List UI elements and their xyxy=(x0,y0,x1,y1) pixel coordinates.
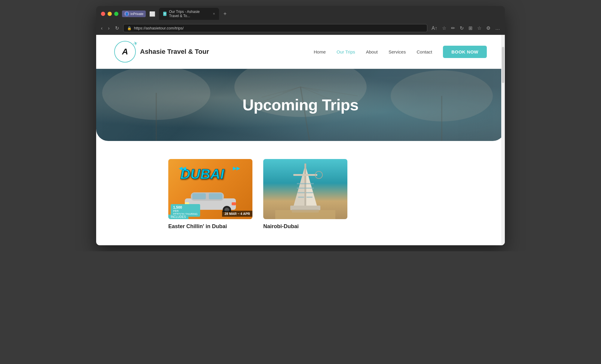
dubai-includes-label: INCLUDES xyxy=(168,215,188,219)
dubai-price: 1,500 xyxy=(173,205,182,210)
svg-rect-35 xyxy=(305,188,314,189)
browser-window: 👤 InPrivate ⬜ ✈ Our Trips - Ashasie Trav… xyxy=(96,6,505,245)
edit-icon[interactable]: ✏ xyxy=(450,24,456,32)
svg-rect-38 xyxy=(298,197,304,198)
dubai-card-image: DUBAI ▶▶ ◀◀ xyxy=(168,159,252,219)
nav-contact[interactable]: Contact xyxy=(416,49,432,54)
tab-close-button[interactable]: × xyxy=(213,12,215,16)
dubai-text-svg: DUBAI ▶▶ ◀◀ xyxy=(177,164,243,182)
tab-favicon: ✈ xyxy=(163,12,166,16)
svg-rect-17 xyxy=(192,193,206,199)
forward-button[interactable]: › xyxy=(107,24,111,32)
book-now-button[interactable]: BOOK NOW xyxy=(443,46,487,58)
svg-marker-26 xyxy=(293,165,305,207)
browser-page: A ✈ Ashasie Travel & Tour Home Our Trips… xyxy=(96,35,505,245)
burj-al-arab-svg xyxy=(275,159,335,219)
trip-card-nairobi[interactable]: Nairobi-Dubai xyxy=(263,159,347,230)
svg-rect-34 xyxy=(297,188,305,189)
dubai-promo-image: DUBAI ▶▶ ◀◀ xyxy=(168,159,252,219)
svg-rect-37 xyxy=(306,192,313,193)
svg-rect-36 xyxy=(297,192,305,193)
tab-area: 👤 InPrivate ⬜ ✈ Our Trips - Ashasie Trav… xyxy=(122,8,500,20)
logo-circle: A ✈ xyxy=(114,41,136,63)
inprivate-label: InPrivate xyxy=(130,12,143,16)
scrollbar-thumb[interactable] xyxy=(502,47,504,83)
tab-title: Our Trips - Ashasie Travel & To... xyxy=(169,10,210,18)
website-content: A ✈ Ashasie Travel & Tour Home Our Trips… xyxy=(96,35,505,245)
hero-title: Upcoming Trips xyxy=(243,96,358,114)
trip-cards-section: DUBAI ▶▶ ◀◀ xyxy=(96,141,505,242)
site-name: Ashasie Travel & Tour xyxy=(140,48,209,56)
address-bar[interactable]: 🔒 https://ashasietour.com/trips/ xyxy=(123,24,428,32)
svg-rect-18 xyxy=(209,193,222,199)
logo-area: A ✈ Ashasie Travel & Tour xyxy=(114,41,209,63)
logo-plane-icon: ✈ xyxy=(132,40,139,47)
reload-button[interactable]: ↻ xyxy=(114,24,120,32)
toolbar-actions: A↑ ☆ ✏ ↻ ⊞ ☆ ⚙ … xyxy=(430,24,501,32)
svg-rect-28 xyxy=(290,206,320,210)
svg-text:▶▶: ▶▶ xyxy=(233,166,240,171)
hero-section: Upcoming Trips xyxy=(96,69,505,141)
new-tab-button[interactable]: + xyxy=(221,10,228,18)
svg-rect-30 xyxy=(293,174,317,176)
scrollbar[interactable] xyxy=(501,35,505,245)
nav-about[interactable]: About xyxy=(366,49,378,54)
read-aloud-icon[interactable]: A↑ xyxy=(430,24,438,32)
svg-rect-24 xyxy=(232,202,236,205)
lock-icon: 🔒 xyxy=(127,26,132,30)
dubai-date-badge: 28 MAR ~ 4 APR xyxy=(222,211,252,217)
back-button[interactable]: ‹ xyxy=(100,24,104,32)
minimize-button[interactable] xyxy=(108,12,112,16)
logo-letter: A xyxy=(122,47,128,57)
tab-switcher-icon[interactable]: ⬜ xyxy=(148,10,157,18)
nav-home[interactable]: Home xyxy=(314,49,326,54)
nairobi-promo-image xyxy=(263,159,347,219)
refresh-icon[interactable]: ↻ xyxy=(459,24,465,32)
dubai-price-sub: PER xyxy=(173,210,198,213)
nairobi-card-image xyxy=(263,159,347,219)
svg-text:◀◀: ◀◀ xyxy=(179,166,186,171)
collections-icon[interactable]: ☆ xyxy=(476,24,483,32)
nairobi-card-title: Nairobi-Dubai xyxy=(263,223,299,229)
svg-rect-33 xyxy=(305,183,314,184)
dubai-date: 28 MAR ~ 4 APR xyxy=(224,212,250,216)
nav-our-trips[interactable]: Our Trips xyxy=(337,49,355,54)
active-tab[interactable]: ✈ Our Trips - Ashasie Travel & To... × xyxy=(159,8,219,20)
trip-card-dubai[interactable]: DUBAI ▶▶ ◀◀ xyxy=(168,159,252,230)
site-nav: Home Our Trips About Services Contact BO… xyxy=(314,46,487,58)
svg-text:DUBAI: DUBAI xyxy=(180,166,224,182)
inprivate-icon: 👤 xyxy=(124,11,129,16)
browser-titlebar: 👤 InPrivate ⬜ ✈ Our Trips - Ashasie Trav… xyxy=(96,6,505,22)
site-header: A ✈ Ashasie Travel & Tour Home Our Trips… xyxy=(96,35,505,69)
close-button[interactable] xyxy=(101,12,105,16)
svg-rect-40 xyxy=(275,210,335,219)
browser-toolbar: ‹ › ↻ 🔒 https://ashasietour.com/trips/ A… xyxy=(96,22,505,35)
svg-rect-32 xyxy=(297,183,306,184)
favorites-icon[interactable]: ☆ xyxy=(441,24,447,32)
split-view-icon[interactable]: ⊞ xyxy=(467,24,474,32)
address-text: https://ashasietour.com/trips/ xyxy=(134,26,184,30)
svg-rect-39 xyxy=(307,197,313,198)
more-icon[interactable]: … xyxy=(494,24,501,32)
dubai-card-title: Easter Chillin' in Dubai xyxy=(168,223,227,229)
maximize-button[interactable] xyxy=(114,12,118,16)
settings-icon[interactable]: ⚙ xyxy=(485,24,492,32)
inprivate-badge: 👤 InPrivate xyxy=(122,11,146,17)
traffic-lights xyxy=(101,12,118,16)
nav-services[interactable]: Services xyxy=(389,49,406,54)
